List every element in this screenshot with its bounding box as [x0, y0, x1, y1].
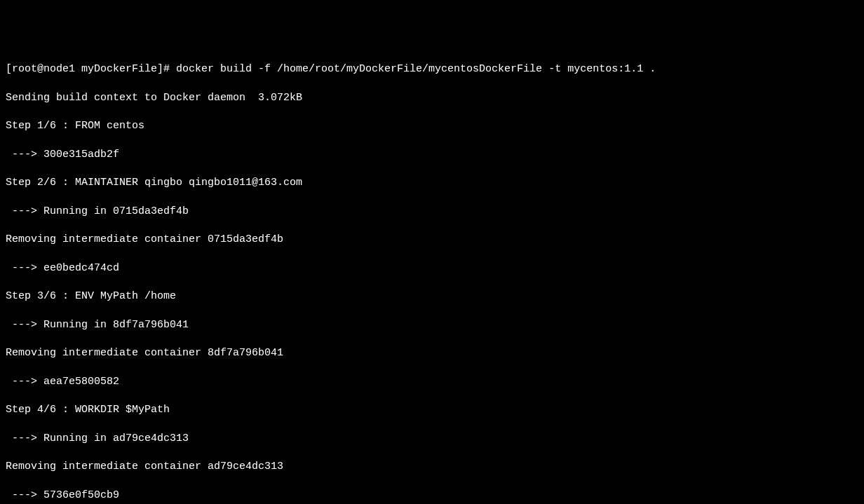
terminal-output: Removing intermediate container ad79ce4d… — [6, 460, 858, 474]
terminal-output: Step 4/6 : WORKDIR $MyPath — [6, 403, 858, 417]
terminal-output: ---> Running in ad79ce4dc313 — [6, 432, 858, 446]
terminal-output: Step 3/6 : ENV MyPath /home — [6, 290, 858, 304]
terminal-output: ---> Running in 8df7a796b041 — [6, 318, 858, 332]
terminal-output: Removing intermediate container 0715da3e… — [6, 233, 858, 247]
terminal-output: Step 2/6 : MAINTAINER qingbo qingbo1011@… — [6, 176, 858, 190]
terminal-output: Sending build context to Docker daemon 3… — [6, 91, 858, 105]
terminal-output: ---> 5736e0f50cb9 — [6, 489, 858, 503]
terminal-output: Removing intermediate container 8df7a796… — [6, 346, 858, 360]
terminal-output: ---> aea7e5800582 — [6, 375, 858, 389]
terminal-output: ---> Running in 0715da3edf4b — [6, 205, 858, 219]
terminal-output: ---> 300e315adb2f — [6, 148, 858, 162]
terminal-output: ---> ee0bedc474cd — [6, 261, 858, 275]
terminal-output: Step 1/6 : FROM centos — [6, 119, 858, 133]
terminal-prompt-line[interactable]: [root@node1 myDockerFile]# docker build … — [6, 62, 858, 76]
